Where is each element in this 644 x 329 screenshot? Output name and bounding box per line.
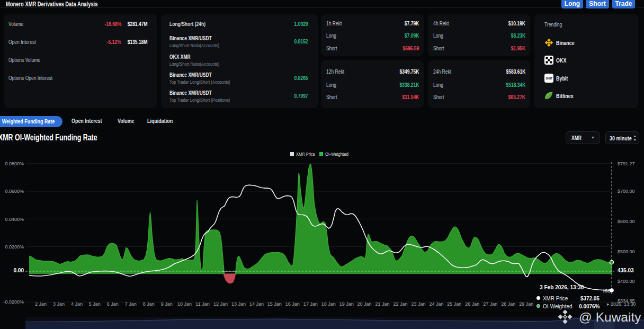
svg-text:3 Jan: 3 Jan (53, 301, 65, 307)
svg-text:$400.00: $400.00 (618, 279, 635, 284)
svg-text:10 Jan: 10 Jan (177, 301, 192, 307)
svg-text:ISS: ISS (603, 288, 611, 294)
svg-text:2 Jan: 2 Jan (35, 301, 47, 307)
svg-text:OI-Weighted: OI-Weighted (325, 152, 348, 157)
svg-text:-0.0200%: -0.0200% (3, 299, 24, 305)
svg-text:16 Jan: 16 Jan (285, 301, 300, 307)
svg-text:15 Jan: 15 Jan (267, 301, 282, 307)
svg-text:0.00: 0.00 (14, 268, 24, 273)
svg-text:$791.27: $791.27 (618, 161, 635, 166)
svg-text:27 Jan: 27 Jan (483, 301, 497, 307)
svg-text:12 Jan: 12 Jan (213, 301, 228, 307)
svg-text:24 Jan: 24 Jan (429, 301, 443, 307)
svg-text:0.0600%: 0.0600% (5, 189, 24, 194)
svg-text:$700.00: $700.00 (618, 189, 635, 194)
svg-text:13 Jan: 13 Jan (231, 301, 246, 307)
svg-text:20 Jan: 20 Jan (357, 301, 372, 307)
svg-text:28 Jan: 28 Jan (501, 301, 515, 307)
svg-text:8 Jan: 8 Jan (143, 301, 155, 307)
svg-text:@ Kuwaity: @ Kuwaity (579, 310, 641, 324)
svg-text:17 Jan: 17 Jan (303, 301, 318, 307)
svg-text:22 Jan: 22 Jan (393, 301, 407, 307)
svg-text:$600.00: $600.00 (618, 219, 635, 224)
svg-text:21 Jan: 21 Jan (375, 301, 390, 307)
svg-text:18 Jan: 18 Jan (321, 301, 336, 307)
svg-text:25 Jan: 25 Jan (447, 301, 461, 307)
svg-text:5 Jan: 5 Jan (89, 301, 101, 307)
svg-text:23 Jan: 23 Jan (411, 301, 425, 307)
svg-text:9 Jan: 9 Jan (161, 301, 173, 307)
svg-text:4 Jan: 4 Jan (71, 301, 83, 307)
svg-text:7 Jan: 7 Jan (125, 301, 137, 307)
svg-text:435.03: 435.03 (618, 268, 634, 273)
svg-text:19 Jan: 19 Jan (339, 301, 354, 307)
svg-text:$500.00: $500.00 (618, 249, 635, 254)
svg-text:11 Jan: 11 Jan (195, 301, 209, 307)
svg-text:6 Jan: 6 Jan (107, 301, 119, 307)
svg-text:0.0200%: 0.0200% (5, 244, 24, 250)
svg-text:14 Jan: 14 Jan (249, 301, 264, 307)
svg-text:29 Jan: 29 Jan (519, 301, 533, 307)
svg-text:0.0800%: 0.0800% (5, 161, 24, 166)
svg-text:26 Jan: 26 Jan (465, 301, 479, 307)
svg-text:XMR Price: XMR Price (296, 152, 315, 157)
svg-text:0.0400%: 0.0400% (5, 217, 24, 222)
